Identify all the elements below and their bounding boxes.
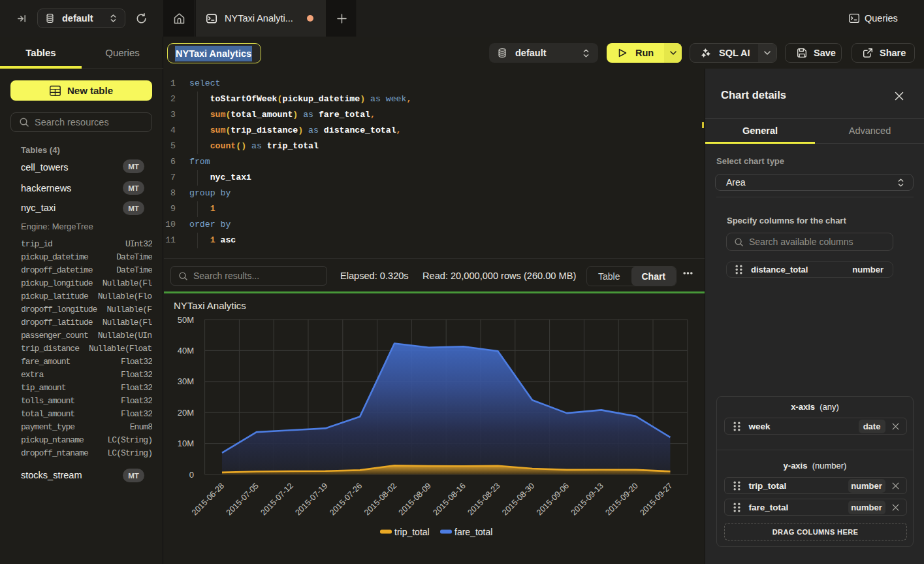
svg-text:40M: 40M xyxy=(178,346,194,356)
svg-text:fare_total: fare_total xyxy=(454,527,492,537)
svg-text:2015-09-06: 2015-09-06 xyxy=(535,481,571,517)
svg-text:2015-06-28: 2015-06-28 xyxy=(190,481,226,517)
svg-text:2015-07-12: 2015-07-12 xyxy=(259,481,295,517)
svg-text:trip_total: trip_total xyxy=(394,527,430,537)
svg-text:2015-08-23: 2015-08-23 xyxy=(466,481,502,517)
svg-text:2015-09-27: 2015-09-27 xyxy=(638,481,674,517)
svg-text:2015-07-05: 2015-07-05 xyxy=(225,481,261,517)
svg-text:10M: 10M xyxy=(178,439,194,448)
svg-text:30M: 30M xyxy=(178,376,194,386)
svg-text:2015-08-09: 2015-08-09 xyxy=(397,481,433,517)
svg-text:2015-09-20: 2015-09-20 xyxy=(604,481,640,517)
svg-text:0: 0 xyxy=(189,470,194,480)
svg-text:20M: 20M xyxy=(178,408,194,418)
svg-text:2015-08-02: 2015-08-02 xyxy=(362,481,398,517)
svg-text:NYTaxi Analytics: NYTaxi Analytics xyxy=(174,300,246,311)
svg-text:2015-07-26: 2015-07-26 xyxy=(328,481,364,517)
svg-text:2015-08-16: 2015-08-16 xyxy=(432,481,468,517)
svg-text:50M: 50M xyxy=(178,315,194,325)
svg-text:2015-09-13: 2015-09-13 xyxy=(569,481,605,517)
svg-text:2015-08-30: 2015-08-30 xyxy=(500,481,536,517)
svg-text:2015-07-19: 2015-07-19 xyxy=(293,481,329,517)
